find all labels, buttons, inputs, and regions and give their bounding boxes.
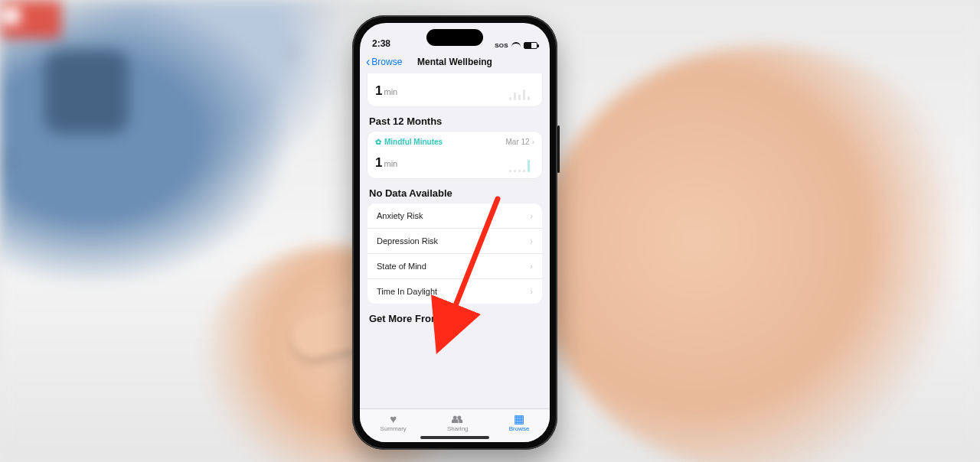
- leaf-icon: ✿: [375, 138, 381, 146]
- phone-screen: 2:38 SOS ‹ Browse Mental Wellbeing 🔥︎ Ex…: [360, 23, 550, 442]
- status-time: 2:38: [372, 38, 390, 49]
- row-label: Depression Risk: [377, 236, 438, 246]
- spark-bars-icon: [509, 83, 530, 100]
- tab-label: Summary: [381, 425, 407, 432]
- page-title: Mental Wellbeing: [417, 57, 492, 67]
- dynamic-island: [426, 29, 483, 46]
- card-mindful-label: Mindful Minutes: [384, 138, 443, 146]
- chevron-right-icon: ›: [532, 73, 534, 74]
- chevron-right-icon: ›: [530, 287, 533, 296]
- card-exercise-minutes[interactable]: 🔥︎ Exercise Minutes Jun 8 › 1min: [368, 73, 542, 106]
- chevron-right-icon: ›: [532, 138, 534, 146]
- section-get-more: Get More From Health: [369, 313, 541, 324]
- card-mindful-minutes[interactable]: ✿ Mindful Minutes Mar 12 › 1min: [368, 132, 542, 178]
- nav-bar: ‹ Browse Mental Wellbeing: [360, 50, 550, 73]
- scroll-content[interactable]: 🔥︎ Exercise Minutes Jun 8 › 1min Past 12…: [360, 73, 550, 408]
- status-sos: SOS: [495, 42, 508, 49]
- home-indicator[interactable]: [420, 436, 489, 439]
- people-icon: 👥︎: [452, 413, 463, 425]
- tab-browse[interactable]: ▦ Browse: [509, 413, 530, 432]
- hand-right: [536, 46, 980, 462]
- tab-summary[interactable]: ♥ Summary: [381, 413, 407, 432]
- tab-label: Browse: [509, 425, 530, 432]
- card-exercise-unit: min: [384, 87, 397, 96]
- battery-icon: [524, 42, 537, 49]
- card-mindful-unit: min: [384, 159, 397, 168]
- card-exercise-label: Exercise Minutes: [386, 73, 449, 74]
- back-label: Browse: [371, 57, 402, 67]
- spark-bars-icon: [509, 155, 530, 172]
- chevron-right-icon: ›: [530, 236, 533, 246]
- row-anxiety-risk[interactable]: Anxiety Risk ›: [368, 203, 542, 228]
- row-label: State of Mind: [377, 262, 426, 271]
- card-mindful-value: 1: [375, 155, 382, 170]
- tab-label: Sharing: [447, 425, 469, 432]
- card-mindful-date: Mar 12: [506, 138, 530, 146]
- heart-icon: ♥: [390, 413, 397, 425]
- row-label: Anxiety Risk: [377, 211, 423, 220]
- no-data-list: Anxiety Risk › Depression Risk › State o…: [368, 203, 542, 304]
- card-exercise-date: Jun 8: [511, 73, 529, 74]
- grid-icon: ▦: [514, 413, 524, 425]
- flame-icon: 🔥︎: [375, 73, 383, 74]
- row-label: Time In Daylight: [377, 287, 437, 296]
- card-exercise-value: 1: [375, 83, 382, 98]
- back-button[interactable]: ‹ Browse: [366, 57, 402, 67]
- section-past-12-months: Past 12 Months: [369, 116, 541, 127]
- section-no-data: No Data Available: [369, 187, 541, 199]
- wifi-icon: [511, 42, 521, 49]
- iphone-frame: 2:38 SOS ‹ Browse Mental Wellbeing 🔥︎ Ex…: [352, 15, 557, 450]
- row-depression-risk[interactable]: Depression Risk ›: [368, 228, 542, 253]
- tab-sharing[interactable]: 👥︎ Sharing: [447, 413, 469, 432]
- chevron-right-icon: ›: [530, 211, 533, 220]
- row-state-of-mind[interactable]: State of Mind ›: [368, 253, 542, 278]
- chevron-right-icon: ›: [530, 262, 533, 271]
- row-time-in-daylight[interactable]: Time In Daylight ›: [368, 278, 542, 304]
